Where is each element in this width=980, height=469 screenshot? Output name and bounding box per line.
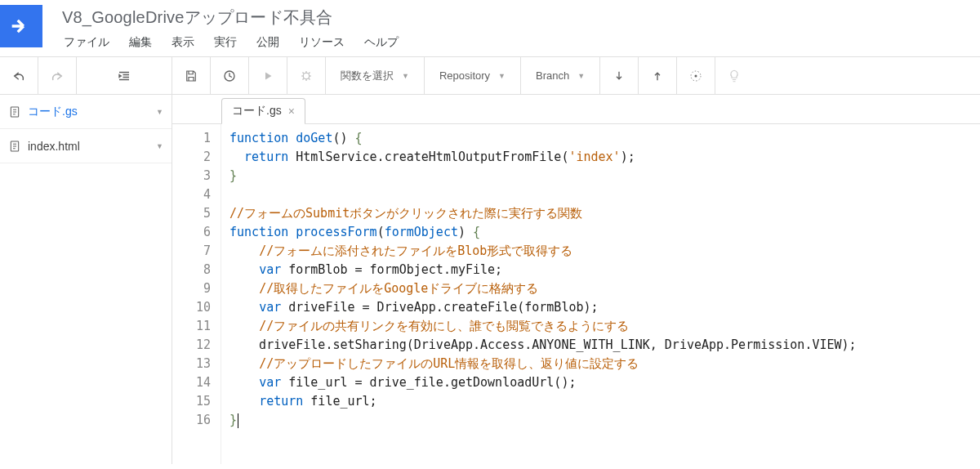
tab-label: コード.gs <box>232 104 282 118</box>
header: V8_GoogleDriveアップロード不具合 ファイル 編集 表示 実行 公開… <box>0 0 980 57</box>
lightbulb-button[interactable] <box>715 57 753 94</box>
menu-bar: ファイル 編集 表示 実行 公開 リソース ヘルプ <box>62 30 980 56</box>
menu-publish[interactable]: 公開 <box>256 35 279 50</box>
file-list: コード.gs ▼ index.html ▼ <box>0 95 172 464</box>
toolbar: 関数を選択 ▼ Repository ▼ Branch ▼ <box>0 57 980 95</box>
editor: コード.gs × 12345678910111213141516 functio… <box>172 95 980 464</box>
chevron-down-icon: ▼ <box>402 72 409 80</box>
run-button[interactable] <box>249 57 287 94</box>
file-item-code-gs[interactable]: コード.gs ▼ <box>0 95 172 129</box>
code-area[interactable]: 12345678910111213141516 function doGet()… <box>172 124 980 464</box>
project-title[interactable]: V8_GoogleDriveアップロード不具合 <box>62 7 980 30</box>
app-icon[interactable] <box>0 5 42 47</box>
menu-help[interactable]: ヘルプ <box>364 35 399 50</box>
redo-button[interactable] <box>38 57 77 94</box>
file-item-index-html[interactable]: index.html ▼ <box>0 129 172 163</box>
menu-run[interactable]: 実行 <box>214 35 237 50</box>
function-select[interactable]: 関数を選択 ▼ <box>326 57 425 94</box>
triggers-button[interactable] <box>211 57 249 94</box>
menu-edit[interactable]: 編集 <box>129 35 152 50</box>
function-select-label: 関数を選択 <box>341 69 394 83</box>
repository-label: Repository <box>439 69 490 82</box>
menu-resources[interactable]: リソース <box>299 35 345 50</box>
pull-button[interactable] <box>600 57 639 94</box>
svg-point-2 <box>695 74 697 77</box>
menu-view[interactable]: 表示 <box>172 35 194 50</box>
chevron-down-icon: ▼ <box>577 72 585 80</box>
settings-button[interactable] <box>677 57 715 94</box>
save-button[interactable] <box>172 57 211 94</box>
file-label: コード.gs <box>28 105 78 119</box>
line-gutter: 12345678910111213141516 <box>172 124 221 464</box>
chevron-down-icon[interactable]: ▼ <box>156 108 163 116</box>
repository-dropdown[interactable]: Repository ▼ <box>425 57 521 94</box>
debug-button[interactable] <box>287 57 326 94</box>
close-icon[interactable]: × <box>288 105 295 118</box>
chevron-down-icon[interactable]: ▼ <box>156 142 163 150</box>
undo-button[interactable] <box>0 57 38 94</box>
indent-button[interactable] <box>77 57 172 94</box>
code-content[interactable]: function doGet() { return HtmlService.cr… <box>221 124 857 464</box>
tab-strip: コード.gs × <box>172 95 980 124</box>
editor-tab[interactable]: コード.gs × <box>221 98 305 124</box>
branch-dropdown[interactable]: Branch ▼ <box>521 57 600 94</box>
branch-label: Branch <box>536 69 569 82</box>
file-icon <box>8 105 21 118</box>
chevron-down-icon: ▼ <box>498 72 506 80</box>
file-icon <box>8 140 21 153</box>
file-label: index.html <box>28 140 80 153</box>
svg-point-1 <box>303 73 310 79</box>
push-button[interactable] <box>639 57 677 94</box>
menu-file[interactable]: ファイル <box>64 35 109 50</box>
